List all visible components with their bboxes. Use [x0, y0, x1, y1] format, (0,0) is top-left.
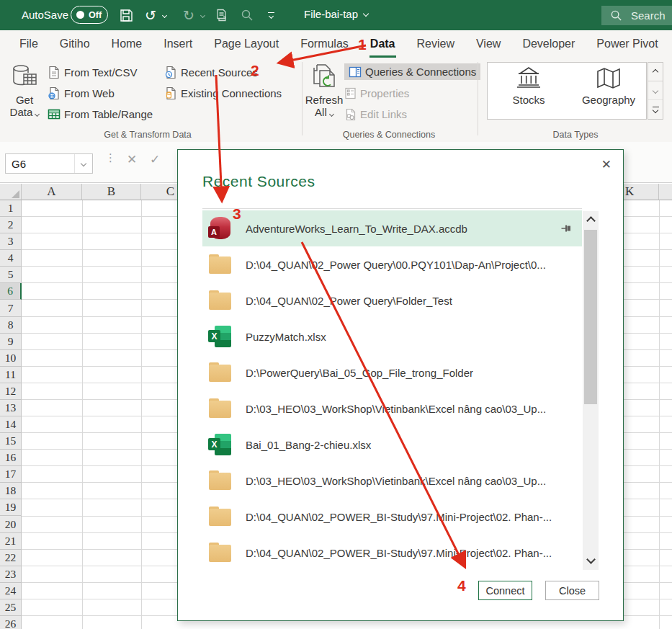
source-list-item[interactable]: D:\PowerQuery\Bai_05_Gop_File_trong_Fold…: [202, 354, 582, 391]
gallery-up-icon[interactable]: [648, 63, 663, 81]
group-label-queries: Queries & Connections: [306, 130, 472, 140]
source-label: D:\03_HEO\03_WorkShop\Vietinbank\Excel n…: [246, 475, 546, 487]
ribbon-tab[interactable]: File: [9, 30, 49, 58]
edit-links-icon: [344, 108, 357, 121]
from-text-csv-button[interactable]: From Text/CSV: [48, 64, 137, 81]
table-range-icon: [48, 107, 61, 121]
source-type-icon: [208, 504, 233, 529]
properties-button[interactable]: Properties: [344, 85, 409, 102]
name-box[interactable]: G6: [5, 153, 93, 174]
ribbon-tab[interactable]: Formulas: [290, 30, 359, 58]
row-header[interactable]: 23: [0, 566, 22, 583]
source-list-item[interactable]: PuzzyMatch.xlsx: [202, 318, 582, 354]
confirm-entry-icon[interactable]: ✓: [150, 152, 160, 167]
text-csv-icon: [48, 66, 61, 79]
refresh-all-button[interactable]: Refresh All: [304, 61, 344, 131]
dialog-scrollbar[interactable]: [583, 211, 599, 570]
row-header[interactable]: 16: [0, 450, 22, 466]
row-header[interactable]: 1: [0, 200, 22, 217]
source-label: D:\04_QUAN\02_POWER_BI-Study\97.Mini-Pro…: [246, 547, 552, 559]
source-list-item[interactable]: D:\04_QUAN\02_Power Query\00.PQY101\Dap-…: [202, 246, 582, 282]
source-list-item[interactable]: D:\04_QUAN\02_POWER_BI-Study\97.Mini-Pro…: [202, 499, 582, 535]
row-header[interactable]: 8: [0, 317, 22, 334]
recent-sources-button[interactable]: Recent Sources: [164, 64, 258, 81]
scrollbar-thumb[interactable]: [584, 230, 597, 404]
ribbon-tab[interactable]: Data: [359, 30, 406, 58]
search-input[interactable]: Search: [601, 6, 672, 25]
row-headers: 1234567891011121314151617181920212223242…: [0, 200, 22, 629]
row-header[interactable]: 15: [0, 433, 22, 450]
recent-sources-icon: [164, 66, 177, 79]
row-header[interactable]: 2: [0, 217, 22, 233]
select-all-button[interactable]: [0, 184, 22, 200]
column-header-partial[interactable]: [659, 184, 672, 200]
ribbon-tab[interactable]: Power Pivot: [586, 30, 668, 58]
existing-connections-icon: [164, 86, 177, 100]
row-header[interactable]: 19: [0, 499, 22, 516]
column-header-a[interactable]: A: [22, 184, 82, 200]
row-header[interactable]: 3: [0, 233, 22, 250]
ribbon-tab[interactable]: Home: [101, 30, 153, 58]
row-header[interactable]: 20: [0, 516, 22, 532]
source-type-icon: [208, 540, 233, 565]
ribbon-tab[interactable]: Gitiho: [49, 30, 101, 58]
from-table-range-button[interactable]: From Table/Range: [48, 106, 153, 122]
document-title[interactable]: File-bai-tap: [0, 8, 672, 20]
web-icon: [48, 86, 61, 100]
source-list-item[interactable]: D:\03_HEO\03_WorkShop\Vietinbank\Excel n…: [202, 391, 582, 427]
gridline: [659, 200, 660, 629]
row-header[interactable]: 12: [0, 383, 22, 400]
row-header[interactable]: 11: [0, 367, 22, 383]
existing-connections-button[interactable]: Existing Connections: [164, 85, 282, 102]
cancel-entry-icon[interactable]: ✕: [127, 152, 137, 167]
get-data-button[interactable]: Get Data: [4, 61, 45, 131]
column-header-b[interactable]: B: [82, 184, 141, 200]
group-label-data-types: Data Types: [493, 130, 658, 140]
edit-links-button[interactable]: Edit Links: [344, 106, 407, 122]
row-header[interactable]: 18: [0, 483, 22, 499]
ribbon-tab[interactable]: View: [465, 30, 511, 58]
name-box-dropdown-icon[interactable]: [74, 154, 92, 173]
source-list-item[interactable]: D:\03_HEO\03_WorkShop\Vietinbank\Excel n…: [202, 463, 582, 499]
row-header[interactable]: 21: [0, 533, 22, 550]
row-header[interactable]: 24: [0, 583, 22, 599]
source-label: D:\04_QUAN\02_Power Query\00.PQY101\Dap-…: [246, 259, 546, 271]
gallery-down-icon[interactable]: [648, 81, 663, 100]
row-header[interactable]: 5: [0, 267, 22, 283]
row-header[interactable]: 7: [0, 300, 22, 316]
gallery-more-icon[interactable]: [648, 100, 663, 119]
row-header[interactable]: 9: [0, 334, 22, 350]
source-label: Bai_01_Bang-2-chieu.xlsx: [246, 439, 371, 451]
scroll-up-icon[interactable]: [583, 214, 599, 227]
source-list-item[interactable]: AdventureWorks_Learn_To_Write_DAX.accdb: [202, 210, 582, 246]
row-header[interactable]: 22: [0, 550, 22, 566]
row-header[interactable]: 13: [0, 400, 22, 416]
row-header[interactable]: 6: [0, 283, 22, 300]
ribbon-tab[interactable]: Page Layout: [203, 30, 290, 58]
row-header[interactable]: 26: [0, 616, 22, 629]
from-web-button[interactable]: From Web: [48, 85, 115, 102]
close-button[interactable]: Close: [545, 581, 599, 600]
source-list-item[interactable]: Bai_01_Bang-2-chieu.xlsx: [202, 427, 582, 463]
source-list-item[interactable]: D:\04_QUAN\02_POWER_BI-Study\97.Mini-Pro…: [202, 535, 582, 571]
column-header-k[interactable]: K: [618, 184, 659, 200]
connect-button[interactable]: Connect: [478, 581, 532, 600]
row-header[interactable]: 14: [0, 416, 22, 433]
row-header[interactable]: 10: [0, 350, 22, 367]
geography-button[interactable]: Geography: [573, 66, 645, 106]
titlebar: AutoSave Off ↺ ↻ File-bai-tap Search: [0, 0, 672, 30]
row-header[interactable]: 4: [0, 250, 22, 267]
scroll-down-icon[interactable]: [583, 553, 599, 566]
ribbon-tab[interactable]: Developer: [511, 30, 586, 58]
queries-connections-button[interactable]: Queries & Connections: [344, 63, 480, 80]
pin-icon[interactable]: [560, 223, 572, 237]
row-header[interactable]: 17: [0, 466, 22, 483]
stocks-button[interactable]: Stocks: [493, 66, 565, 106]
gridline: [141, 200, 142, 629]
source-list-item[interactable]: D:\04_QUAN\02_Power Query\Folder_Test: [202, 282, 582, 318]
ribbon-tab[interactable]: Review: [406, 30, 465, 58]
dialog-close-icon[interactable]: ✕: [599, 154, 614, 175]
row-header[interactable]: 25: [0, 599, 22, 616]
ribbon-tab[interactable]: Insert: [153, 30, 203, 58]
source-label: D:\03_HEO\03_WorkShop\Vietinbank\Excel n…: [246, 403, 546, 415]
